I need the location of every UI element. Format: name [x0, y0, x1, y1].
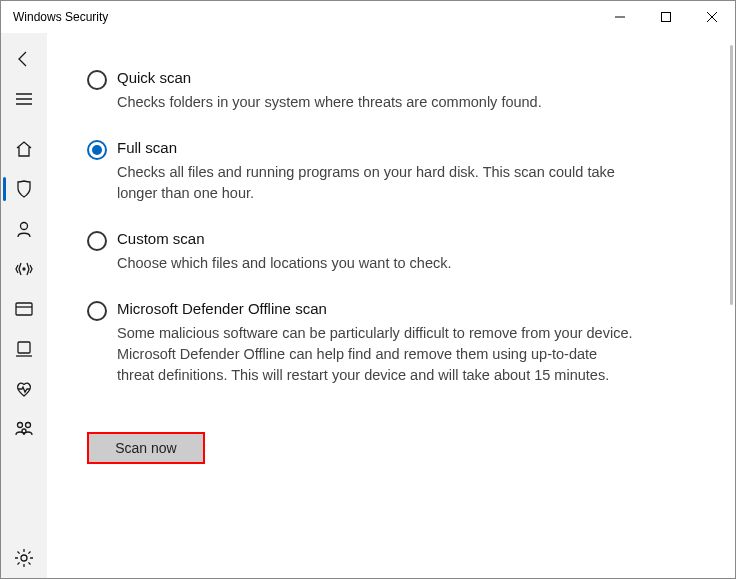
svg-point-1 — [21, 223, 28, 230]
radio-quick-scan[interactable] — [87, 70, 107, 90]
nav-device-performance[interactable] — [3, 369, 45, 409]
svg-point-2 — [23, 268, 25, 270]
nav-firewall[interactable] — [3, 249, 45, 289]
svg-rect-3 — [16, 303, 32, 315]
svg-rect-0 — [662, 13, 671, 22]
option-description: Some malicious software can be particula… — [117, 323, 637, 386]
nav-virus-threat[interactable] — [3, 169, 45, 209]
nav-account[interactable] — [3, 209, 45, 249]
option-description: Checks folders in your system where thre… — [117, 92, 637, 113]
radio-full-scan[interactable] — [87, 140, 107, 160]
nav-app-browser[interactable] — [3, 289, 45, 329]
close-button[interactable] — [689, 1, 735, 33]
option-custom-scan[interactable]: Custom scan Choose which files and locat… — [87, 230, 687, 274]
maximize-button[interactable] — [643, 1, 689, 33]
option-title: Full scan — [117, 139, 637, 156]
option-offline-scan[interactable]: Microsoft Defender Offline scan Some mal… — [87, 300, 687, 386]
title-bar: Windows Security — [1, 1, 735, 33]
menu-button[interactable] — [3, 79, 45, 119]
minimize-button[interactable] — [597, 1, 643, 33]
window-title: Windows Security — [13, 10, 108, 24]
svg-point-8 — [21, 555, 27, 561]
option-quick-scan[interactable]: Quick scan Checks folders in your system… — [87, 69, 687, 113]
option-description: Checks all files and running programs on… — [117, 162, 637, 204]
scrollbar[interactable] — [730, 45, 733, 305]
nav-settings[interactable] — [3, 538, 45, 578]
scan-now-button[interactable]: Scan now — [87, 432, 205, 464]
nav-family[interactable] — [3, 409, 45, 449]
nav-home[interactable] — [3, 129, 45, 169]
nav-device-security[interactable] — [3, 329, 45, 369]
option-description: Choose which files and locations you wan… — [117, 253, 637, 274]
svg-point-5 — [18, 423, 23, 428]
radio-custom-scan[interactable] — [87, 231, 107, 251]
back-button[interactable] — [3, 39, 45, 79]
sidebar — [1, 33, 47, 578]
svg-point-6 — [26, 423, 31, 428]
option-title: Custom scan — [117, 230, 637, 247]
option-full-scan[interactable]: Full scan Checks all files and running p… — [87, 139, 687, 204]
main-content: Quick scan Checks folders in your system… — [47, 33, 735, 578]
option-title: Microsoft Defender Offline scan — [117, 300, 637, 317]
option-title: Quick scan — [117, 69, 637, 86]
radio-offline-scan[interactable] — [87, 301, 107, 321]
svg-rect-4 — [18, 342, 30, 353]
